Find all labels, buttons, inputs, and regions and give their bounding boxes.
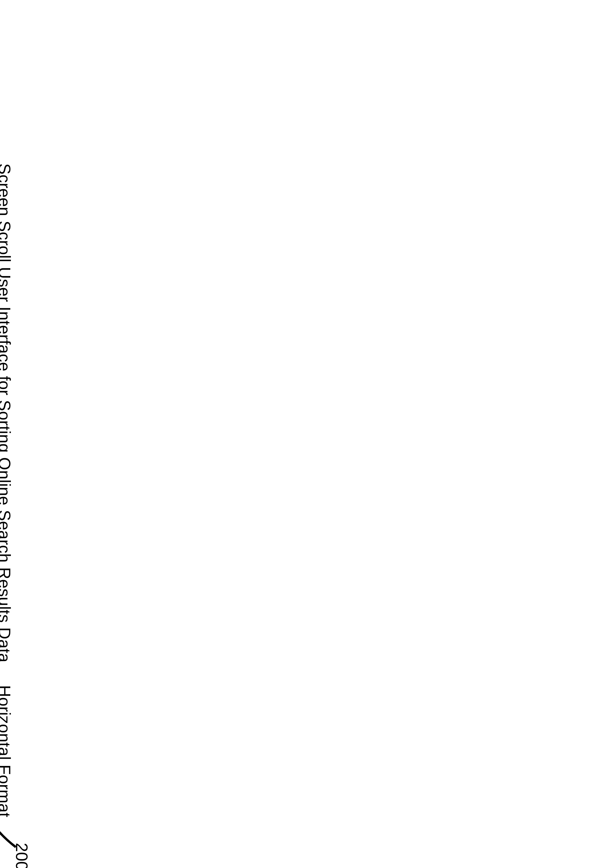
diagram-title: Screen Scroll User Interface for Sorting… — [0, 163, 14, 663]
format-label: Horizontal Format — [0, 685, 14, 817]
rotated-canvas: Screen Scroll User Interface for Sorting… — [0, 26, 46, 588]
ref-200: 200 — [12, 843, 31, 868]
leader-200 — [0, 806, 17, 848]
